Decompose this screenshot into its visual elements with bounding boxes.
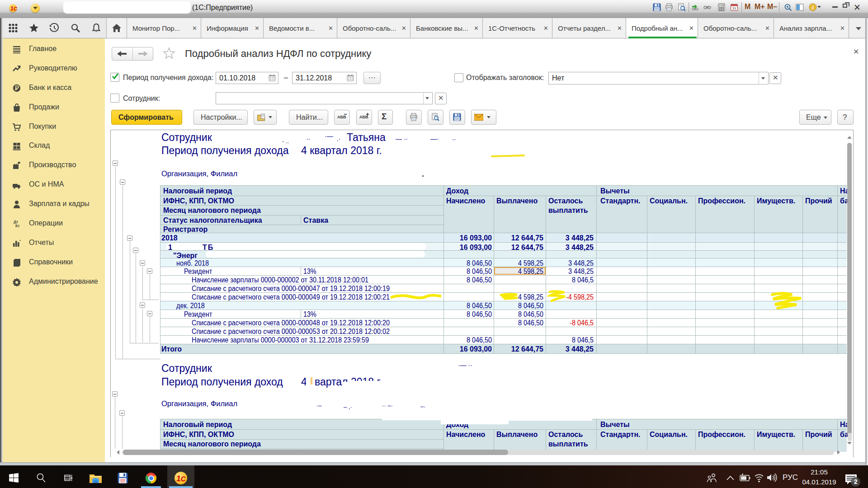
svg-text:АБВ: АБВ [337,115,346,119]
svg-text:31: 31 [732,6,736,10]
svg-text:Кт: Кт [15,224,19,228]
svg-text:АБВ: АБВ [359,115,368,119]
